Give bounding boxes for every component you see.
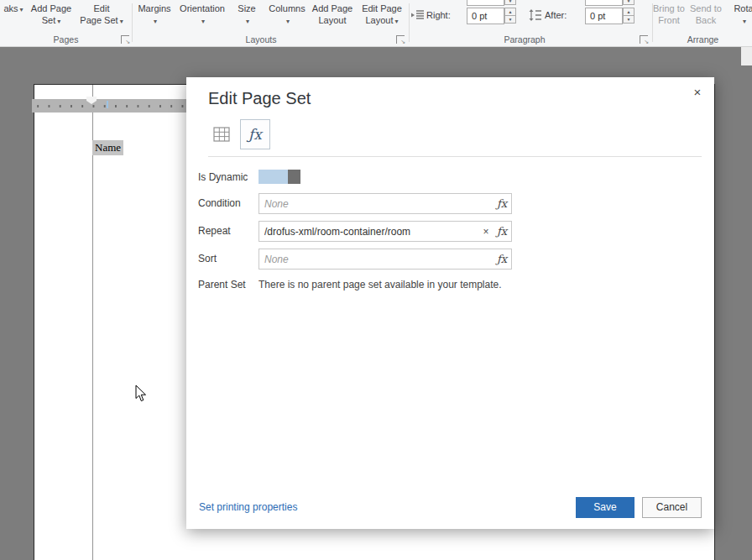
button-label: Rota xyxy=(725,3,752,14)
button-label: Send to xyxy=(688,3,723,14)
dropdown-arrow-icon xyxy=(18,3,24,13)
dropdown-arrow-icon xyxy=(244,15,249,25)
dropdown-arrow-icon xyxy=(118,15,123,25)
sort-field: ƒx xyxy=(258,249,512,270)
ribbon: aks Add Page Set Edit Page Set Pages Mar… xyxy=(0,0,752,47)
edit-page-set-dialog: Edit Page Set × ƒx Is Dynamic Condition … xyxy=(186,77,714,529)
cropped-spinner[interactable]: ▲▼ xyxy=(623,0,634,6)
condition-label: Condition xyxy=(198,197,241,209)
edit-page-set-button[interactable]: Edit Page Set xyxy=(77,3,126,28)
ruler-corner xyxy=(741,47,752,65)
group-label-arrange: Arrange xyxy=(654,34,752,44)
sort-input[interactable] xyxy=(259,254,493,265)
add-page-layout-button[interactable]: Add Page Layout xyxy=(309,3,356,26)
sort-label: Sort xyxy=(198,253,217,264)
is-dynamic-toggle[interactable] xyxy=(258,170,300,184)
spacing-after-spinner[interactable]: ▲▼ xyxy=(623,8,634,24)
tab-formula[interactable]: ƒx xyxy=(240,119,270,149)
clear-icon[interactable]: × xyxy=(479,226,493,238)
repeat-fx-icon[interactable]: ƒx xyxy=(493,225,511,238)
send-to-back-button[interactable]: Send to Back xyxy=(688,3,723,26)
dropdown-arrow-icon xyxy=(741,15,746,25)
edit-page-layout-button[interactable]: Edit Page Layout xyxy=(358,3,406,28)
toggle-knob xyxy=(288,170,300,184)
cancel-button[interactable]: Cancel xyxy=(642,497,702,518)
layouts-dialog-launcher-icon[interactable] xyxy=(396,35,405,44)
table-gridline xyxy=(92,85,93,560)
button-label: Bring to xyxy=(651,3,687,14)
save-button[interactable]: Save xyxy=(576,497,634,518)
right-indent-spinner[interactable]: ▲▼ xyxy=(504,8,516,24)
sort-fx-icon[interactable]: ƒx xyxy=(493,253,511,265)
pages-dialog-launcher-icon[interactable] xyxy=(121,35,129,44)
tab-layout[interactable] xyxy=(206,119,237,149)
columns-button[interactable]: Columns xyxy=(267,3,307,28)
mouse-cursor xyxy=(135,385,147,402)
close-icon[interactable]: × xyxy=(689,84,706,101)
group-label-layouts: Layouts xyxy=(134,34,388,44)
set-printing-properties-link[interactable]: Set printing properties xyxy=(199,501,297,513)
indent-right-icon xyxy=(411,9,425,21)
dropdown-arrow-icon xyxy=(152,15,157,25)
right-indent-input[interactable]: 0 pt xyxy=(467,8,504,24)
button-label: Orientation xyxy=(176,3,228,14)
group-label-pages: Pages xyxy=(0,34,132,44)
repeat-input[interactable] xyxy=(259,226,479,238)
condition-fx-icon[interactable]: ƒx xyxy=(493,197,511,210)
button-label: Add Page xyxy=(27,3,76,14)
paragraph-dialog-launcher-icon[interactable] xyxy=(640,35,648,44)
condition-field: ƒx xyxy=(258,193,512,214)
grid-icon xyxy=(213,127,230,142)
spacing-after-icon xyxy=(529,9,542,21)
cropped-spinner[interactable]: ▲▼ xyxy=(504,0,516,6)
dropdown-arrow-icon xyxy=(200,15,205,25)
rotate-button[interactable]: Rota xyxy=(725,3,752,28)
parent-set-label: Parent Set xyxy=(198,279,246,290)
group-separator xyxy=(132,3,133,42)
margins-button[interactable]: Margins xyxy=(134,3,175,28)
size-button[interactable]: Size xyxy=(231,3,263,28)
button-label: aks xyxy=(3,3,18,13)
condition-input[interactable] xyxy=(259,198,493,210)
divider xyxy=(208,156,702,157)
button-label: Edit Page xyxy=(358,3,406,14)
button-label: Edit xyxy=(77,3,126,14)
add-page-set-button[interactable]: Add Page Set xyxy=(27,3,76,28)
breaks-button[interactable]: aks xyxy=(0,3,27,16)
ruler-cursor-mark xyxy=(107,101,108,108)
group-separator xyxy=(409,3,410,42)
dropdown-arrow-icon xyxy=(55,15,60,25)
orientation-button[interactable]: Orientation xyxy=(176,3,228,28)
application-window: aks Add Page Set Edit Page Set Pages Mar… xyxy=(0,0,752,560)
left-margin-marker[interactable] xyxy=(86,97,97,104)
repeat-field: × ƒx xyxy=(258,221,512,242)
dropdown-arrow-icon xyxy=(394,15,399,25)
is-dynamic-label: Is Dynamic xyxy=(198,171,248,183)
dropdown-arrow-icon xyxy=(285,15,290,25)
button-label: Columns xyxy=(267,3,307,14)
spinner-down-icon[interactable]: ▼ xyxy=(623,15,634,24)
right-indent-label: Right: xyxy=(426,10,451,20)
table-cell-text[interactable]: Name xyxy=(92,140,123,155)
cropped-spinner-field[interactable] xyxy=(585,0,623,6)
fx-icon: ƒx xyxy=(248,126,262,143)
button-label: Size xyxy=(231,3,263,14)
parent-set-message: There is no parent page set available in… xyxy=(258,279,502,290)
repeat-label: Repeat xyxy=(198,225,231,237)
bring-to-front-button[interactable]: Bring to Front xyxy=(651,3,687,26)
spacing-after-input[interactable]: 0 pt xyxy=(585,8,623,24)
button-label: Add Page xyxy=(309,3,356,14)
spacing-after-label: After: xyxy=(545,10,567,20)
dialog-title: Edit Page Set xyxy=(208,89,311,108)
spinner-down-icon[interactable]: ▼ xyxy=(504,15,516,24)
button-label: Margins xyxy=(134,3,175,14)
cropped-spinner-field[interactable] xyxy=(467,0,504,6)
group-label-paragraph: Paragraph xyxy=(411,34,638,44)
